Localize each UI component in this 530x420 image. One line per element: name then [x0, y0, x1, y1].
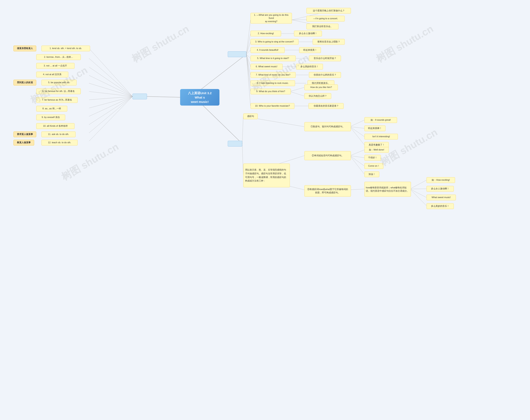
- svg-line-10: [89, 97, 132, 108]
- svg-line-49: [350, 156, 364, 174]
- grammar-type2-ex1: 如：Well done!: [364, 147, 389, 153]
- sentence-3-a: 谁将在音乐会上唱歌？: [313, 39, 345, 45]
- svg-line-48: [350, 156, 364, 166]
- phrase-3: 3. not ... at all 一点也不: [36, 63, 74, 69]
- phrase-8: 8. as...as 和...一样: [36, 106, 67, 112]
- svg-line-46: [350, 150, 364, 156]
- center-node: 八上英语Unit 3.2 What sweet music!: [180, 89, 220, 106]
- grammar-type1-ex3: Isn't it interesting!: [364, 134, 398, 140]
- phrase-6: 6. be famous for sth. 以...而著名: [36, 88, 81, 94]
- svg-line-55: [410, 189, 427, 206]
- sentence-5-a: 音乐会什么时候开始？: [309, 56, 341, 61]
- phrase-category-1: 借某东西给某人: [14, 45, 36, 51]
- svg-line-53: [410, 189, 427, 189]
- branch-juzi: [228, 51, 246, 57]
- grammar-type2-ex4: 加油！: [364, 171, 379, 177]
- phrase-1: 1. lend sb. sth. = lend sth. to sb.: [41, 45, 90, 51]
- watermark-4: 树图 shutu.cn: [374, 22, 436, 66]
- svg-line-43: [350, 127, 364, 137]
- mindmap-canvas: 八上英语Unit 3.2 What sweet music! 借某东西给某人 1…: [0, 0, 530, 420]
- svg-line-1: [199, 54, 246, 91]
- svg-line-7: [89, 83, 132, 97]
- svg-line-8: [89, 91, 132, 97]
- phrase-5: 5. be popular with sb.: [41, 80, 77, 86]
- sentence-1-a3: 我打算去听音乐会。: [306, 24, 339, 29]
- svg-line-47: [350, 156, 364, 158]
- svg-line-38: [242, 116, 243, 144]
- svg-line-36: [290, 91, 304, 96]
- sentence-3-q: 3. Who is going to sing at the concert?: [250, 39, 298, 45]
- sentence-1-a1: 这个星期天晚上你打算做什么？: [306, 8, 351, 14]
- sentence-7-a: 你喜欢什么样的音乐？: [309, 72, 341, 78]
- sentence-5-q: 5. What time is it going to start?: [250, 56, 296, 61]
- svg-line-6: [89, 75, 132, 97]
- sentence-9-a1: How do you like him?: [304, 85, 338, 90]
- svg-line-11: [89, 97, 132, 116]
- sentence-6-q: 6. What sweet music!: [250, 64, 283, 70]
- svg-line-41: [350, 120, 364, 127]
- sentence-2-a: 多么令人激动啊！: [294, 31, 322, 36]
- phrase-category-3: 要求某人做某事: [14, 131, 36, 137]
- phrase-12: 12. teach sb. to do sth.: [41, 140, 78, 145]
- svg-line-20: [246, 54, 250, 67]
- svg-line-54: [410, 189, 427, 198]
- svg-line-17: [246, 42, 250, 54]
- gantanJu-label: 感叹句: [243, 114, 258, 119]
- branch-yufa: [228, 141, 242, 146]
- phrase-category-4: 教某人做某事: [14, 140, 34, 145]
- svg-line-19: [246, 54, 250, 58]
- watermark-2: 树图 shutu.cn: [129, 22, 191, 66]
- grammar-type3-sub: how修饰形容词或副词；what修饰名词短语。现代英语中感叹句往往不加主谓成分。: [364, 182, 411, 197]
- sentence-10-q: 10. Who is your favorite musician?: [250, 103, 294, 109]
- sentence-9-a2: 你认为他怎么样？: [304, 93, 331, 99]
- svg-line-18: [246, 50, 250, 54]
- sentence-8-q: 8. I hate listening to rock music.: [250, 80, 295, 86]
- phrase-10: 10. all Kinds of 各种各样: [36, 123, 74, 129]
- svg-line-4: [89, 58, 132, 97]
- sentence-10-a: 你最喜欢的音乐家是谁？: [309, 103, 344, 109]
- svg-line-44: [350, 127, 364, 145]
- phrase-category-2: 受到某人的欢迎: [14, 80, 36, 86]
- svg-line-0: [147, 97, 180, 97]
- svg-line-5: [89, 67, 132, 97]
- grammar-type2-ex2: 干得好！: [364, 155, 381, 161]
- grammar-main-desc: 用以表示喜、怒、哀、乐等强烈感情的句子叫做感叹句。感叹句当常用叹词等，也可用句号…: [243, 163, 290, 187]
- svg-line-51: [350, 189, 364, 190]
- phrase-7: 7. be famous as 作为...而著名: [36, 97, 78, 103]
- sentence-4-a: 听起来很美！: [299, 47, 321, 53]
- grammar-type3-ex2: 多么令人激动啊！: [427, 186, 454, 192]
- svg-line-2: [199, 101, 242, 144]
- sentence-1-a2: —I'm going to a concert.: [306, 16, 345, 22]
- svg-line-35: [290, 87, 304, 91]
- phrase-9: 9. by oneself 亲自: [36, 115, 65, 120]
- sentence-7-q: 7. What kind of music do you like?: [250, 72, 296, 78]
- svg-line-52: [410, 180, 427, 189]
- svg-line-13: [89, 97, 132, 133]
- phrase-4: 4. not at all 没关系: [36, 72, 68, 77]
- grammar-type1-ex1: 如：It sounds great!: [364, 117, 397, 123]
- svg-line-42: [350, 127, 364, 128]
- svg-line-12: [89, 97, 132, 125]
- svg-line-15: [246, 20, 250, 54]
- sentence-1-q: 1. —What are you going to do this Sunday…: [250, 13, 292, 24]
- grammar-type3-ex3: What sweet music!: [427, 195, 456, 200]
- grammar-type3-ex1: 如：How exciting!: [427, 177, 455, 183]
- svg-line-9: [89, 97, 132, 100]
- branch-duanyu: [132, 94, 147, 99]
- grammar-type3-ex4: 多么美妙的音乐！: [427, 203, 454, 209]
- connections-layer: [0, 0, 530, 420]
- sentence-4-q: 4. It sounds beautiful!: [250, 47, 285, 53]
- svg-line-23: [246, 54, 250, 91]
- svg-line-21: [246, 54, 250, 75]
- svg-line-3: [89, 48, 132, 97]
- grammar-type3: ③将感叹词how或what置于它所修饰词的前面，即可构成感叹句。: [304, 185, 351, 197]
- svg-line-24: [246, 54, 250, 106]
- grammar-type2: ②单词或短语均可构成感叹句。: [304, 151, 351, 160]
- grammar-type1: ①陈述句、疑问句可构成感叹句。: [304, 122, 351, 131]
- svg-line-22: [246, 54, 250, 83]
- sentence-9-q: 9. What do you think of him?: [250, 88, 291, 94]
- watermark-6: 树图 shutu.cn: [59, 140, 121, 184]
- sentence-2-q: 2. How exciting!: [250, 31, 281, 36]
- grammar-type2-ex3: Come on！: [364, 163, 383, 169]
- phrase-11: 11. ask sb. to do sth.: [41, 131, 75, 137]
